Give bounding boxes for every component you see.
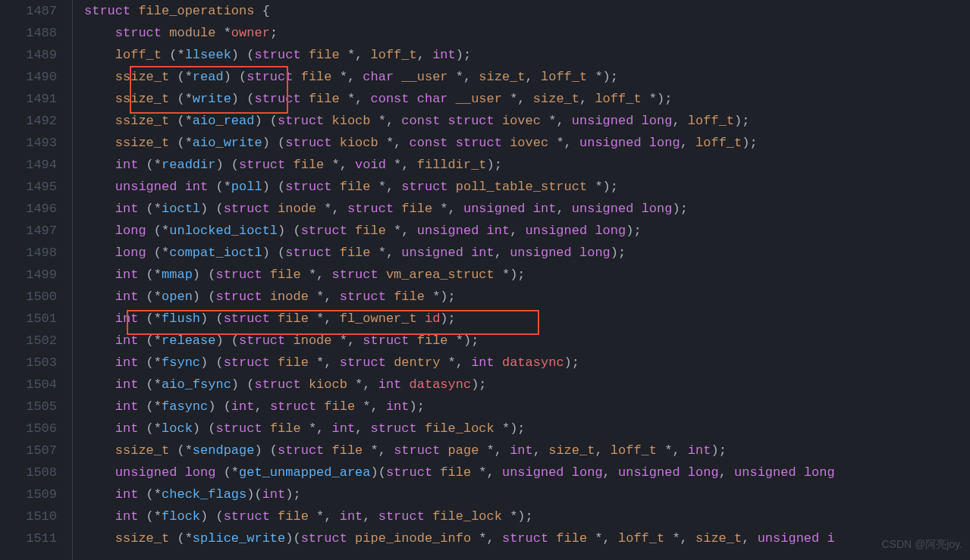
code-line[interactable]: int (*aio_fsync) (struct kiocb *, int da…: [84, 374, 970, 396]
code-token: long: [649, 136, 680, 150]
code-token: flush: [162, 311, 200, 326]
code-token: *,: [502, 92, 533, 106]
code-line[interactable]: int (*fasync) (int, struct file *, int);: [84, 396, 970, 418]
code-token: [410, 92, 417, 106]
code-token: struct: [254, 92, 300, 106]
code-token: int: [115, 421, 139, 436]
code-token: *,: [386, 158, 417, 172]
code-line[interactable]: int (*ioctl) (struct inode *, struct fil…: [84, 198, 970, 220]
code-token: [84, 509, 115, 524]
code-line[interactable]: int (*flush) (struct file *, fl_owner_t …: [84, 308, 970, 330]
code-token: *);: [587, 70, 618, 84]
code-token: ) (: [193, 267, 216, 282]
code-line[interactable]: long (*compat_ioctl) (struct file *, uns…: [84, 242, 970, 264]
code-token: ,: [526, 70, 541, 84]
code-token: *,: [301, 421, 332, 436]
code-token: ioctl: [162, 202, 200, 216]
code-token: (*: [169, 443, 193, 458]
code-token: kiocb: [309, 377, 347, 392]
code-line[interactable]: int (*lock) (struct file *, int, struct …: [84, 418, 970, 440]
code-token: [177, 465, 184, 480]
code-token: readdir: [162, 158, 215, 172]
code-token: struct: [448, 114, 494, 128]
code-token: ssize_t: [115, 531, 169, 546]
code-line[interactable]: int (*fsync) (struct file *, struct dent…: [84, 352, 970, 374]
code-editor[interactable]: 1487148814891490149114921493149414951496…: [0, 0, 970, 560]
code-token: [479, 224, 486, 238]
code-line[interactable]: struct module *owner;: [84, 22, 970, 44]
code-token: struct: [347, 202, 394, 216]
code-token: *);: [448, 333, 479, 348]
code-line[interactable]: struct file_operations {: [84, 0, 970, 22]
code-line[interactable]: int (*open) (struct inode *, struct file…: [84, 286, 970, 308]
code-token: [448, 136, 456, 150]
code-token: (*: [146, 224, 170, 238]
code-token: *,: [440, 355, 471, 370]
line-number: 1506: [0, 418, 57, 440]
code-token: vm_area_struct: [386, 267, 494, 282]
code-line[interactable]: ssize_t (*aio_read) (struct kiocb *, con…: [84, 110, 970, 132]
code-token: datasync: [502, 355, 564, 370]
code-token: ,: [254, 399, 269, 414]
code-token: char: [417, 92, 448, 106]
code-token: ssize_t: [115, 114, 169, 128]
code-line[interactable]: loff_t (*llseek) (struct file *, loff_t,…: [84, 44, 970, 66]
code-token: ,: [355, 421, 370, 436]
code-token: long: [185, 465, 216, 480]
code-token: *,: [386, 224, 417, 238]
code-token: [440, 443, 447, 458]
code-token: (*: [138, 487, 162, 502]
code-token: )(: [371, 465, 386, 480]
code-token: long: [572, 465, 603, 480]
code-token: file: [309, 92, 340, 106]
code-token: [316, 399, 324, 414]
code-token: struct: [84, 4, 130, 18]
code-token: [819, 531, 827, 546]
code-token: int: [115, 377, 139, 392]
code-token: [262, 267, 270, 282]
code-line[interactable]: long (*unlocked_ioctl) (struct file *, u…: [84, 220, 970, 242]
code-line[interactable]: int (*mmap) (struct file *, struct vm_ar…: [84, 264, 970, 286]
code-token: (*: [138, 421, 162, 436]
code-token: long: [642, 114, 673, 128]
line-number: 1508: [0, 461, 57, 483]
line-number: 1500: [0, 286, 57, 308]
code-token: file: [556, 531, 587, 546]
code-token: [84, 377, 115, 392]
code-token: int: [231, 399, 255, 414]
code-line[interactable]: int (*check_flags)(int);: [84, 483, 970, 505]
code-token: file_operations: [138, 4, 254, 18]
code-token: [84, 92, 115, 106]
code-token: [270, 202, 278, 216]
line-number: 1509: [0, 483, 57, 505]
code-token: struct: [224, 355, 270, 370]
code-token: [301, 377, 309, 392]
code-token: dentry: [394, 355, 440, 370]
code-token: (*: [169, 114, 193, 128]
code-token: struct: [278, 443, 324, 458]
code-line[interactable]: ssize_t (*aio_write) (struct kiocb *, co…: [84, 132, 970, 154]
code-line[interactable]: unsigned int (*poll) (struct file *, str…: [84, 176, 970, 198]
code-area[interactable]: struct file_operations { struct module *…: [84, 0, 970, 560]
code-line[interactable]: int (*flock) (struct file *, int, struct…: [84, 505, 970, 527]
code-token: file: [340, 246, 371, 260]
code-line[interactable]: unsigned long (*get_unmapped_area)(struc…: [84, 461, 970, 483]
code-token: file: [278, 509, 309, 524]
code-token: [332, 136, 340, 150]
code-token: [84, 136, 115, 150]
code-token: [796, 465, 804, 480]
line-number: 1489: [0, 44, 57, 66]
code-token: size_t: [548, 443, 595, 458]
code-line[interactable]: ssize_t (*write) (struct file *, const c…: [84, 88, 970, 110]
code-token: file: [301, 70, 332, 84]
code-line[interactable]: ssize_t (*splice_write)(struct pipe_inod…: [84, 527, 970, 549]
code-line[interactable]: int (*readdir) (struct file *, void *, f…: [84, 154, 970, 176]
code-token: struct: [332, 267, 378, 282]
code-token: [494, 355, 502, 370]
code-line[interactable]: ssize_t (*sendpage) (struct file *, stru…: [84, 440, 970, 461]
code-token: loff_t: [371, 48, 417, 62]
code-token: [84, 267, 115, 282]
code-token: loff_t: [618, 531, 664, 546]
code-line[interactable]: int (*release) (struct inode *, struct f…: [84, 330, 970, 352]
code-line[interactable]: ssize_t (*read) (struct file *, char __u…: [84, 66, 970, 88]
